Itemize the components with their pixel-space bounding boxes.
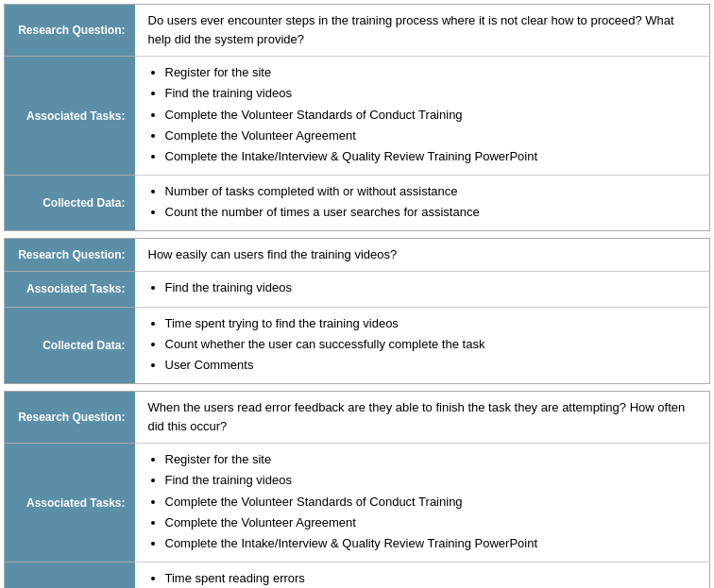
row-content: Time spent reading errorsUser CommentsCo… bbox=[135, 562, 710, 588]
research-question-text: When the users read error feedback are t… bbox=[148, 398, 701, 436]
table-row: Associated Tasks:Register for the siteFi… bbox=[5, 444, 710, 563]
list-item: Complete the Volunteer Agreement bbox=[165, 126, 701, 145]
table-row: Research Question:When the users read er… bbox=[5, 391, 710, 443]
list-item: Count the number of times a user searche… bbox=[165, 203, 701, 222]
list-item: User Comments bbox=[165, 356, 701, 375]
page-wrapper: Research Question:Do users ever encounte… bbox=[0, 0, 714, 588]
section-0: Research Question:Do users ever encounte… bbox=[4, 4, 710, 231]
row-label: Research Question: bbox=[5, 391, 135, 443]
task-list: Register for the siteFind the training v… bbox=[148, 450, 701, 553]
task-list: Register for the siteFind the training v… bbox=[148, 63, 701, 166]
row-content: Number of tasks completed with or withou… bbox=[135, 175, 710, 230]
list-item: Register for the site bbox=[165, 63, 701, 82]
list-item: Complete the Intake/Interview & Quality … bbox=[165, 534, 701, 553]
list-item: Find the training videos bbox=[165, 278, 701, 297]
task-list: Find the training videos bbox=[148, 278, 701, 297]
sections-container: Research Question:Do users ever encounte… bbox=[4, 4, 710, 588]
row-label: Associated Tasks: bbox=[5, 272, 135, 307]
section-1: Research Question:How easily can users f… bbox=[4, 238, 710, 384]
list-item: Time spent trying to find the training v… bbox=[165, 314, 701, 333]
row-content: How easily can users find the training v… bbox=[135, 239, 710, 272]
table-row: Collected Data:Number of tasks completed… bbox=[5, 175, 710, 230]
row-content: Do users ever encounter steps in the tra… bbox=[135, 5, 710, 57]
row-content: Register for the siteFind the training v… bbox=[135, 57, 710, 176]
table-row: Associated Tasks:Find the training video… bbox=[5, 272, 710, 307]
list-item: Find the training videos bbox=[165, 471, 701, 490]
row-label: Collected Data: bbox=[5, 175, 135, 230]
research-question-text: How easily can users find the training v… bbox=[148, 245, 701, 264]
research-question-text: Do users ever encounter steps in the tra… bbox=[148, 11, 701, 49]
list-item: Complete the Intake/Interview & Quality … bbox=[165, 147, 701, 166]
table-row: Research Question:How easily can users f… bbox=[5, 239, 710, 272]
list-item: Register for the site bbox=[165, 450, 701, 469]
list-item: Complete the Volunteer Agreement bbox=[165, 513, 701, 532]
row-label: Research Question: bbox=[5, 239, 135, 272]
table-row: Collected Data:Time spent trying to find… bbox=[5, 307, 710, 383]
row-content: Register for the siteFind the training v… bbox=[135, 444, 710, 563]
row-label: Research Question: bbox=[5, 5, 135, 57]
list-item: Number of tasks completed with or withou… bbox=[165, 182, 701, 201]
row-content: Find the training videos bbox=[135, 272, 710, 307]
row-label: Associated Tasks: bbox=[5, 57, 135, 176]
section-2: Research Question:When the users read er… bbox=[4, 391, 710, 588]
list-item: Time spent reading errors bbox=[165, 569, 701, 588]
row-label: Collected Data: bbox=[5, 562, 135, 588]
row-content: Time spent trying to find the training v… bbox=[135, 307, 710, 383]
table-row: Associated Tasks:Register for the siteFi… bbox=[5, 57, 710, 176]
row-label: Collected Data: bbox=[5, 307, 135, 383]
list-item: Complete the Volunteer Standards of Cond… bbox=[165, 493, 701, 512]
list-item: Find the training videos bbox=[165, 84, 701, 103]
task-list: Number of tasks completed with or withou… bbox=[148, 182, 701, 222]
table-row: Research Question:Do users ever encounte… bbox=[5, 5, 710, 57]
table-row: Collected Data:Time spent reading errors… bbox=[5, 562, 710, 588]
list-item: Count whether the user can successfully … bbox=[165, 335, 701, 354]
row-content: When the users read error feedback are t… bbox=[135, 391, 710, 443]
task-list: Time spent trying to find the training v… bbox=[148, 314, 701, 375]
row-label: Associated Tasks: bbox=[5, 444, 135, 563]
task-list: Time spent reading errorsUser CommentsCo… bbox=[148, 569, 701, 588]
list-item: Complete the Volunteer Standards of Cond… bbox=[165, 106, 701, 125]
